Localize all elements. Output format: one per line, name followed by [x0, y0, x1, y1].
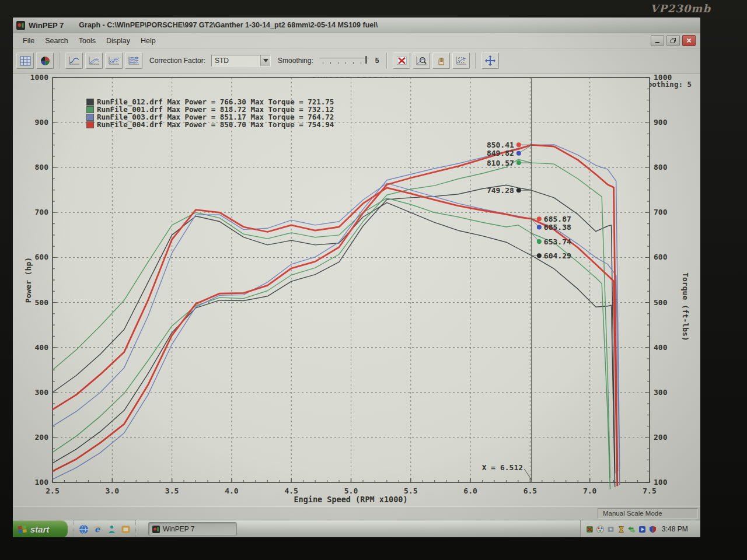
antivirus-icon[interactable] [585, 525, 594, 534]
power-tick-label: 100 [35, 478, 49, 487]
x-tick-label: 3.0 [106, 487, 120, 495]
power-tick-label: 900 [35, 118, 49, 127]
dropdown-arrow-icon[interactable] [260, 55, 270, 66]
color-wheel-button[interactable] [36, 52, 54, 69]
delete-run-icon [396, 56, 407, 65]
scale-mode-status: Manual Scale Mode [598, 508, 698, 519]
zoom-graph-button[interactable] [413, 52, 430, 69]
taskbar: start e WinPEP 7 [13, 520, 700, 537]
network-arrows-icon[interactable] [627, 525, 636, 534]
torque-tick-label: 800 [654, 163, 668, 172]
slider-track [319, 58, 369, 58]
power-tick-label: 1000 [30, 74, 48, 82]
close-icon [685, 37, 693, 44]
x-tick-label: 4.5 [284, 487, 298, 495]
torque-tick-label: 600 [654, 253, 668, 261]
cursor-dot-RunFile_012.drf [516, 188, 521, 192]
slider-tick [338, 62, 338, 64]
taskbar-item-label: WinPEP 7 [163, 525, 194, 533]
dyno-plot[interactable]: 2.53.03.54.04.55.05.56.06.57.07.51001002… [13, 74, 700, 506]
globe-icon[interactable] [79, 524, 89, 534]
slider-handle[interactable] [365, 56, 367, 64]
menu-tools[interactable]: Tools [74, 35, 101, 47]
move-cross-button[interactable] [481, 52, 499, 69]
window-app-name: WinPEP 7 [29, 21, 64, 30]
slider-tick [361, 62, 361, 64]
x-tick-label: 7.5 [643, 487, 656, 495]
graph-overlay-button[interactable] [105, 52, 123, 69]
restore-icon [669, 37, 677, 44]
y-axis-label-power: Power (hp) [24, 257, 33, 303]
x-axis-label: Engine Speed (RPM x1000) [294, 495, 407, 504]
toolbar: Correction Factor: STD Smoothing: 5 [13, 48, 700, 74]
restore-button[interactable] [666, 35, 680, 46]
messenger-icon[interactable] [107, 524, 117, 534]
correction-factor-value: STD [212, 57, 260, 65]
cursor-value-label: 685.38 [544, 223, 571, 232]
ie-icon[interactable]: e [93, 524, 103, 534]
toolbar-separator [386, 52, 388, 69]
cursor-dot-RunFile_012.drf [537, 253, 542, 258]
cursor-dot-RunFile_001.drf [516, 160, 521, 165]
toolbar-separator [475, 52, 476, 69]
quick-launch-bar: e [74, 520, 136, 537]
zoom-box-button[interactable] [452, 52, 470, 69]
display-palette-icon[interactable] [596, 525, 605, 534]
graph-single-button[interactable] [65, 52, 83, 69]
power-tick-label: 300 [35, 388, 49, 397]
y-axis-label-torque: Torque (ft-lbs) [681, 272, 690, 341]
device-icon[interactable] [606, 525, 615, 534]
torque-tick-label: 200 [654, 433, 668, 442]
power-tick-label: 600 [35, 253, 49, 261]
menu-file[interactable]: File [18, 35, 40, 47]
correction-factor-select[interactable]: STD [211, 55, 271, 66]
pan-hand-button[interactable] [432, 52, 450, 69]
zoom-graph-icon [416, 56, 427, 66]
slider-tick [330, 62, 331, 64]
torque-tick-label: 100 [654, 478, 668, 487]
graph-overlay-icon [108, 56, 120, 65]
graph-compare-icon [88, 56, 100, 65]
slider-tick [323, 62, 323, 64]
cursor-dot-RunFile_001.drf [537, 239, 542, 244]
monitor-bezel: VP230mb WinPEP 7 Graph - C:\WinPEP\PORSC… [0, 0, 747, 560]
cursor-dot-RunFile_004.drf [537, 216, 542, 221]
grid-button[interactable] [16, 52, 34, 69]
start-button[interactable]: start [13, 520, 68, 537]
menu-search[interactable]: Search [40, 35, 74, 47]
correction-factor-label: Correction Factor: [149, 57, 205, 65]
menu-help[interactable]: Help [135, 35, 161, 47]
legend-swatch-green [86, 106, 94, 113]
taskbar-item-winpep[interactable]: WinPEP 7 [148, 522, 237, 536]
legend-swatch-red [86, 121, 94, 128]
graph-family-button[interactable] [125, 52, 142, 69]
power-tick-label: 700 [35, 208, 49, 216]
menu-display[interactable]: Display [101, 35, 135, 47]
x-tick-label: 3.5 [165, 487, 179, 495]
graph-compare-button[interactable] [85, 52, 103, 69]
menu-bar: File Search Tools Display Help [13, 33, 700, 48]
x-tick-label: 5.5 [404, 487, 417, 495]
shield-icon[interactable] [648, 525, 657, 534]
color-wheel-icon [40, 56, 50, 66]
chart-region: DYNOJET RESEARCH CF: STD Smoothing: 5 2.… [13, 74, 700, 506]
x-tick-label: 7.0 [583, 487, 597, 495]
power-tick-label: 200 [35, 433, 49, 442]
cursor-x-annotation: X = 6.512 [482, 463, 523, 472]
taskbar-clock: 3:48 PM [662, 525, 688, 533]
folder-app-icon[interactable] [121, 524, 131, 534]
minimize-button[interactable] [651, 35, 664, 46]
cursor-value-label: 653.74 [544, 237, 571, 246]
x-tick-label: 6.0 [463, 487, 477, 495]
cursor-value-label: 749.28 [487, 186, 514, 195]
power-tick-label: 800 [35, 163, 49, 172]
media-player-icon[interactable] [638, 525, 647, 534]
pan-hand-icon [436, 56, 446, 66]
smoothing-slider[interactable] [319, 56, 369, 65]
system-tray: 3:48 PM [580, 520, 700, 537]
delete-run-button[interactable] [393, 52, 410, 69]
windows-flag-icon [18, 525, 27, 534]
close-button[interactable] [682, 35, 696, 46]
legend-row: RunFile_004.drf Max Power = 850.70 Max T… [86, 121, 334, 128]
scheduler-icon[interactable] [617, 525, 626, 534]
